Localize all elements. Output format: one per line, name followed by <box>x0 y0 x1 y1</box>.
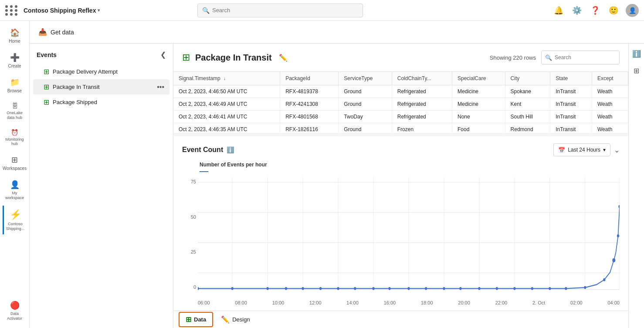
contoso-label: ContosoShipping... <box>6 222 25 231</box>
col-coldchain[interactable]: ColdChainTy... <box>392 72 452 85</box>
collapse-button[interactable]: ❮ <box>160 51 166 59</box>
event-item-delivery-attempt[interactable]: ⊞ Package Delivery Attempt <box>33 64 169 79</box>
table-cell: Weath <box>592 111 628 123</box>
table-cell: Medicine <box>452 85 505 98</box>
grid-icon: ⊞ <box>44 83 49 91</box>
bell-icon[interactable]: 🔔 <box>552 4 565 17</box>
tab-data[interactable]: ⊞ Data <box>179 312 213 327</box>
svg-point-19 <box>267 287 269 290</box>
panel-search[interactable]: 🔍 <box>541 51 620 64</box>
edit-icon[interactable]: ✏️ <box>279 54 288 62</box>
col-state[interactable]: State <box>550 72 592 85</box>
svg-point-25 <box>372 287 374 290</box>
app-title[interactable]: Contoso Shipping Reflex ▾ <box>24 7 100 14</box>
onelake-icon: 🗄 <box>12 102 18 109</box>
data-tab-label: Data <box>194 316 206 323</box>
time-range-button[interactable]: 📅 Last 24 Hours ▾ <box>553 143 610 156</box>
x-label-1600: 16:00 <box>384 300 396 305</box>
avatar[interactable]: 👤 <box>626 4 639 17</box>
sidebar-item-contoso[interactable]: ⚡ ContosoShipping... <box>3 206 27 235</box>
table-cell: Frozen <box>392 123 452 133</box>
my-workspace-label: Myworkspace <box>5 191 24 200</box>
time-selector: 📅 Last 24 Hours ▾ ⌄ <box>553 143 620 156</box>
help-icon[interactable]: ❓ <box>589 4 601 17</box>
info-panel-icon[interactable]: ℹ️ <box>630 47 644 61</box>
panel-grid-icon: ⊞ <box>182 52 190 63</box>
table-cell: Ground <box>339 85 392 98</box>
data-activator-label: DataActivator <box>7 311 22 321</box>
event-count-chart <box>198 177 620 299</box>
settings-icon[interactable]: ⚙️ <box>571 4 583 17</box>
svg-point-33 <box>513 287 515 290</box>
svg-point-32 <box>496 287 498 290</box>
table-cell: None <box>452 111 505 123</box>
col-packageid[interactable]: PackageId <box>280 72 339 85</box>
event-item-in-transit[interactable]: ⊞ Package In Transit ••• <box>33 79 169 95</box>
expand-icon[interactable]: ⌄ <box>614 146 620 154</box>
data-activator-icon: 🔴 <box>10 301 20 310</box>
table-row: Oct 2, 2023, 4:46:35 AM UTCRFX-1826116Gr… <box>173 123 628 133</box>
more-button[interactable]: ••• <box>157 83 164 91</box>
sidebar-item-home[interactable]: 🏠 Home <box>3 24 27 47</box>
table-cell: RFX-4241308 <box>280 98 339 111</box>
table-cell: Oct 2, 2023, 4:46:35 AM UTC <box>173 123 280 133</box>
apps-grid-icon[interactable] <box>5 5 18 16</box>
svg-point-41 <box>618 205 620 208</box>
y-axis-labels: 75 50 25 0 <box>182 177 198 299</box>
event-count-header: Event Count ℹ️ 📅 Last 24 Hours ▾ ⌄ <box>182 143 620 156</box>
table-row: Oct 2, 2023, 4:46:41 AM UTCRFX-4801568Tw… <box>173 111 628 123</box>
sidebar-item-monitoring[interactable]: ⏰ Monitoringhub <box>3 125 27 150</box>
col-except[interactable]: Except <box>592 72 628 85</box>
svg-point-37 <box>584 286 586 289</box>
table-cell: Oct 2, 2023, 4:46:50 AM UTC <box>173 85 280 98</box>
svg-point-28 <box>425 287 427 290</box>
browse-label: Browse <box>7 88 22 94</box>
feedback-icon[interactable]: 🙂 <box>607 4 620 17</box>
global-search[interactable]: 🔍 <box>197 3 363 17</box>
tab-design[interactable]: ✏️ Design <box>215 313 256 326</box>
x-axis-labels: 06:00 08:00 10:00 12:00 14:00 16:00 18:0… <box>198 300 620 305</box>
sidebar-item-data-activator[interactable]: 🔴 DataActivator <box>3 297 27 325</box>
x-label-1400: 14:00 <box>346 300 359 305</box>
create-icon: ➕ <box>10 53 20 62</box>
table-cell: RFX-4801568 <box>280 111 339 123</box>
legend-line <box>200 171 208 172</box>
event-label: Package Shipped <box>53 99 164 105</box>
sidebar-item-my-workspace[interactable]: 👤 Myworkspace <box>3 176 27 204</box>
search-input[interactable] <box>212 7 358 14</box>
sidebar-item-browse[interactable]: 📁 Browse <box>3 74 27 97</box>
get-data-label[interactable]: Get data <box>51 29 74 36</box>
col-servicetype[interactable]: ServiceType <box>339 72 392 85</box>
x-label-1800: 18:00 <box>421 300 433 305</box>
event-item-shipped[interactable]: ⊞ Package Shipped <box>33 95 169 110</box>
events-sidebar: Events ❮ ⊞ Package Delivery Attempt ⊞ Pa… <box>30 44 173 328</box>
table-cell: Refrigerated <box>392 111 452 123</box>
x-label-0600: 06:00 <box>198 300 210 305</box>
svg-point-27 <box>407 287 410 290</box>
svg-point-31 <box>478 287 480 290</box>
col-specialcare[interactable]: SpecialCare <box>452 72 505 85</box>
svg-point-40 <box>617 234 619 237</box>
sidebar-item-create[interactable]: ➕ Create <box>3 49 27 72</box>
svg-point-30 <box>459 287 461 290</box>
sidebar-item-workspaces[interactable]: ⊞ Workspaces <box>3 152 27 175</box>
table-cell: InTransit <box>550 98 592 111</box>
panel-search-input[interactable] <box>555 54 616 61</box>
col-city[interactable]: City <box>505 72 550 85</box>
sidebar-item-onelake[interactable]: 🗄 OneLakedata hub <box>3 99 27 124</box>
topbar: Contoso Shipping Reflex ▾ 🔍 🔔 ⚙️ ❓ 🙂 👤 <box>0 0 644 21</box>
col-timestamp[interactable]: Signal.Timestamp ↓ <box>173 72 280 85</box>
table-cell: Redmond <box>505 123 550 133</box>
grid-icon: ⊞ <box>44 98 49 106</box>
x-label-0800: 08:00 <box>235 300 247 305</box>
table-panel-icon[interactable]: ⊞ <box>631 64 642 78</box>
browse-icon: 📁 <box>10 78 20 87</box>
app-title-caret: ▾ <box>98 8 100 13</box>
my-workspace-icon: 👤 <box>10 180 20 189</box>
svg-point-23 <box>337 287 339 290</box>
search-icon: 🔍 <box>202 7 210 14</box>
info-icon[interactable]: ℹ️ <box>227 146 234 153</box>
content-area: 📥 Get data Events ❮ ⊞ Package Delivery A… <box>30 21 644 328</box>
search-icon: 🔍 <box>545 54 552 61</box>
table-cell: Weath <box>592 98 628 111</box>
